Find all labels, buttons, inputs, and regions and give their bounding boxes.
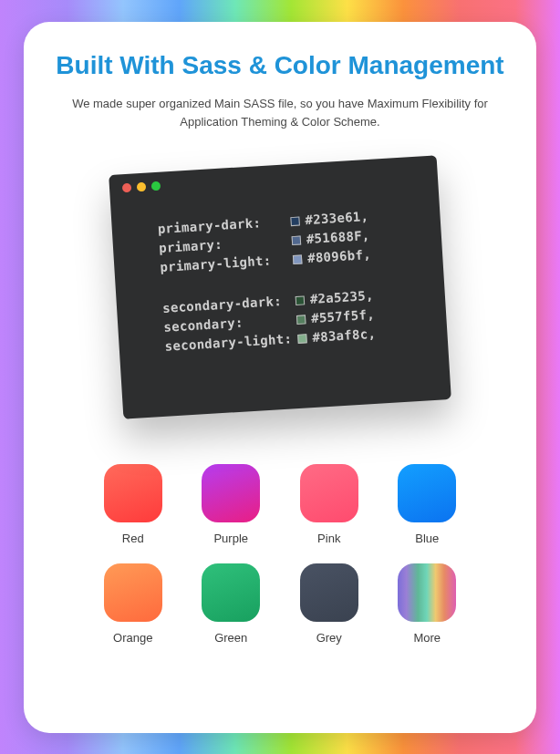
minimize-icon (137, 182, 147, 192)
color-tile-orange[interactable]: Orange (90, 563, 176, 645)
color-palette: RedPurplePinkBlueOrangeGreenGreyMore (70, 464, 490, 645)
color-swatch-tile (202, 563, 260, 622)
color-tile-label: Blue (385, 532, 471, 545)
color-tile-more[interactable]: More (385, 563, 471, 645)
color-swatch-tile (398, 464, 456, 522)
color-tile-label: Purple (189, 532, 275, 545)
code-block: primary-dark:#233e61,primary:#51688F,pri… (124, 203, 435, 358)
content-card: Built With Sass & Color Management We ma… (24, 22, 536, 733)
color-tile-label: More (385, 631, 471, 645)
color-swatch (296, 315, 312, 325)
color-swatch-tile (398, 563, 456, 622)
color-swatch-tile (300, 464, 358, 522)
color-tile-label: Orange (90, 631, 176, 645)
code-hex: #83af8c, (312, 325, 377, 347)
code-terminal: primary-dark:#233e61,primary:#51688F,pri… (109, 155, 451, 418)
close-icon (122, 183, 132, 193)
window-traffic-lights (122, 165, 425, 192)
code-hex: #8096bf, (306, 245, 371, 268)
color-tile-red[interactable]: Red (90, 464, 176, 545)
color-swatch (293, 254, 308, 264)
maximize-icon (151, 181, 161, 191)
color-swatch-tile (202, 464, 260, 522)
color-swatch (290, 216, 306, 226)
color-tile-pink[interactable]: Pink (286, 464, 372, 545)
page-subtitle: We made super organized Main SASS file, … (61, 95, 499, 133)
color-tile-grey[interactable]: Grey (286, 563, 372, 645)
page-title: Built With Sass & Color Management (55, 51, 505, 80)
color-swatch-tile (104, 464, 162, 522)
color-tile-purple[interactable]: Purple (189, 464, 275, 545)
color-swatch (296, 295, 311, 305)
color-swatch-tile (300, 563, 358, 622)
color-swatch (292, 235, 307, 245)
color-tile-label: Green (189, 631, 275, 645)
color-tile-label: Red (90, 532, 176, 545)
color-swatch-tile (104, 563, 162, 622)
color-tile-label: Pink (286, 532, 372, 545)
color-swatch (297, 334, 313, 344)
color-tile-green[interactable]: Green (189, 563, 275, 645)
color-tile-label: Grey (286, 631, 372, 645)
color-tile-blue[interactable]: Blue (385, 464, 471, 545)
